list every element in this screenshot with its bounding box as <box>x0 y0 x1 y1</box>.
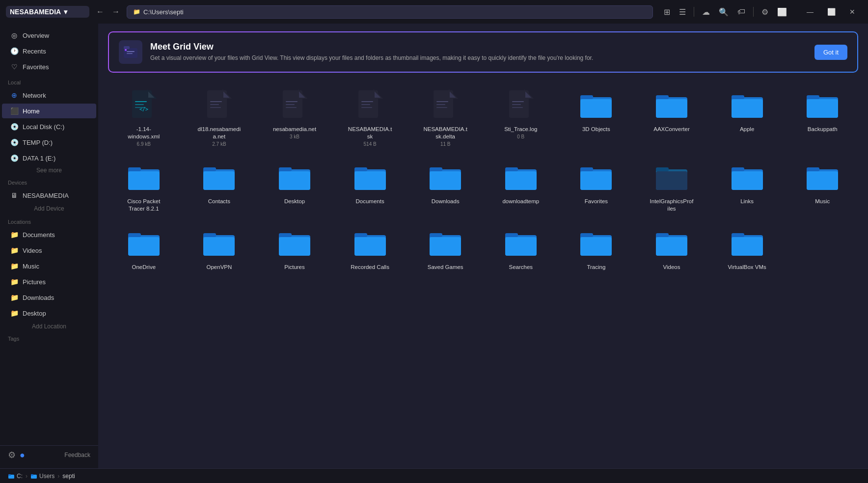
file-item[interactable]: OpenVPN <box>184 220 255 275</box>
file-item[interactable]: Pictures <box>259 220 330 275</box>
back-button[interactable]: ← <box>93 5 107 18</box>
svg-rect-131 <box>732 233 744 237</box>
search-icon[interactable]: 🔍 <box>716 5 732 19</box>
file-item[interactable]: Downloads <box>409 155 481 216</box>
sidebar-music-label: Music <box>23 263 39 270</box>
file-content-area: Meet Grid View Get a visual overview of … <box>98 24 868 468</box>
file-item[interactable]: Videos <box>636 220 707 275</box>
file-item[interactable]: Favorites <box>561 155 632 216</box>
svg-rect-49 <box>658 101 685 116</box>
brand-button[interactable]: NESABAMEDIA ▾ <box>6 6 89 18</box>
file-item[interactable]: downloadtemp <box>485 155 557 216</box>
file-icon <box>654 225 689 261</box>
sidebar-item-home[interactable]: ⬛ Home <box>2 104 96 118</box>
add-device-button[interactable]: Add Device <box>0 203 98 214</box>
file-item[interactable]: Cisco Packet Tracer 8.2.1 <box>108 155 180 216</box>
file-item[interactable]: Documents <box>334 155 406 216</box>
file-item[interactable]: Tracing <box>561 220 632 275</box>
svg-rect-43 <box>580 95 593 99</box>
sidebar-item-documents[interactable]: 📁 Documents <box>2 227 96 242</box>
tag-icon[interactable]: 🏷 <box>734 5 748 18</box>
device-icon: 🖥 <box>10 191 19 199</box>
sidebar-item-pictures[interactable]: 📁 Pictures <box>2 274 96 289</box>
file-item[interactable]: IntelGraphicsProfiles <box>636 155 707 216</box>
sidebar-item-temp-d[interactable]: 💿 TEMP (D:) <box>2 135 96 150</box>
file-item[interactable]: nesabamedia.net3 kB <box>259 82 330 151</box>
file-item[interactable]: dl18.nesabamedia.net2.7 kB <box>184 82 255 151</box>
svg-rect-77 <box>432 173 459 188</box>
sidebar-item-network[interactable]: ⊕ Network <box>2 88 96 103</box>
sidebar-home-label: Home <box>23 107 40 115</box>
sidebar-item-overview[interactable]: ◎ Overview <box>2 28 96 43</box>
file-item[interactable]: Music <box>787 155 858 216</box>
sidebar-toggle-icon[interactable]: ⬜ <box>774 5 790 19</box>
close-button[interactable]: ✕ <box>842 5 862 19</box>
grid-view-icon[interactable]: ⊞ <box>661 5 673 19</box>
svg-rect-113 <box>356 239 384 254</box>
file-item[interactable]: OneDrive <box>108 220 180 275</box>
home-icon: ⬛ <box>10 107 19 115</box>
breadcrumb-users[interactable]: Users <box>30 473 54 480</box>
address-bar[interactable]: 📁 C:\Users\septi <box>127 5 653 19</box>
file-item[interactable]: </> -1.14-windows.xml6.9 kB <box>108 82 180 151</box>
cloud-icon[interactable]: ☁ <box>699 5 713 19</box>
sidebar-settings-button[interactable]: ⚙ <box>8 450 16 460</box>
banner-got-it-button[interactable]: Got it <box>814 45 847 60</box>
file-item[interactable]: 3D Objects <box>561 82 632 151</box>
file-name: Cisco Packet Tracer 8.2.1 <box>122 198 166 213</box>
file-item[interactable]: AAXConverter <box>636 82 707 151</box>
file-item[interactable]: VirtualBox VMs <box>711 220 783 275</box>
minimize-button[interactable]: — <box>800 5 820 19</box>
feedback-button[interactable]: Feedback <box>64 452 90 458</box>
file-icon <box>578 87 614 123</box>
svg-rect-53 <box>733 101 761 116</box>
file-item[interactable]: Apple <box>711 82 783 151</box>
file-icon <box>126 160 162 195</box>
sidebar-item-recents[interactable]: 🕐 Recents <box>2 44 96 58</box>
file-item[interactable]: Searches <box>485 220 557 275</box>
sidebar-item-music[interactable]: 📁 Music <box>2 259 96 273</box>
file-item[interactable]: Recorded Calls <box>334 220 406 275</box>
see-more-button[interactable]: See more <box>0 166 98 175</box>
breadcrumb-c[interactable]: C: <box>8 473 23 480</box>
sidebar-item-favorites[interactable]: ♡ Favorites <box>2 59 96 74</box>
svg-rect-101 <box>130 239 158 254</box>
sidebar-footer: ⚙ ● Feedback <box>0 445 98 464</box>
file-item[interactable]: Sti_Trace.log0 B <box>485 82 557 151</box>
svg-rect-16 <box>210 104 219 105</box>
svg-rect-8 <box>135 101 147 102</box>
file-name: OpenVPN <box>207 264 232 271</box>
file-item[interactable]: Desktop <box>259 155 330 216</box>
sidebar-item-desktop[interactable]: 📁 Desktop <box>2 306 96 321</box>
file-item[interactable]: Contacts <box>184 155 255 216</box>
svg-rect-97 <box>809 173 836 188</box>
forward-button[interactable]: → <box>109 5 123 18</box>
address-text: C:\Users\septi <box>143 8 184 16</box>
file-icon <box>503 160 539 195</box>
file-item[interactable]: NESABAMEDIA.tsk.delta11 B <box>409 82 481 151</box>
file-name: dl18.nesabamedia.net <box>197 126 241 140</box>
file-item[interactable]: NESABAMEDIA.tsk514 B <box>334 82 406 151</box>
maximize-button[interactable]: ⬜ <box>820 5 842 19</box>
file-item[interactable]: Backuppath <box>787 82 858 151</box>
sidebar-item-data-e[interactable]: 💿 DATA 1 (E:) <box>2 151 96 165</box>
file-icon <box>428 160 463 195</box>
file-item[interactable]: Saved Games <box>409 220 481 275</box>
sidebar-sync-button[interactable]: ● <box>20 450 25 460</box>
add-location-button[interactable]: Add Location <box>0 321 98 332</box>
sidebar-data-e-label: DATA 1 (E:) <box>23 155 55 162</box>
sidebar-item-nesabamedia-device[interactable]: 🖥 NESABAMEDIA <box>2 188 96 203</box>
sidebar-item-downloads[interactable]: 📁 Downloads <box>2 290 96 305</box>
file-item[interactable]: Links <box>711 155 783 216</box>
toolbar-actions: ⊞ ☰ ☁ 🔍 🏷 ⚙ ⬜ <box>661 5 790 19</box>
list-view-icon[interactable]: ☰ <box>676 5 689 19</box>
svg-rect-103 <box>203 233 216 237</box>
file-name: Downloads <box>432 198 460 205</box>
file-icon <box>654 87 689 123</box>
file-icon <box>277 225 312 261</box>
file-icon <box>503 87 539 123</box>
sidebar-item-local-c[interactable]: 💿 Local Disk (C:) <box>2 119 96 134</box>
sidebar-item-videos[interactable]: 📁 Videos <box>2 243 96 258</box>
settings-icon[interactable]: ⚙ <box>759 5 771 19</box>
file-icon <box>428 87 463 123</box>
